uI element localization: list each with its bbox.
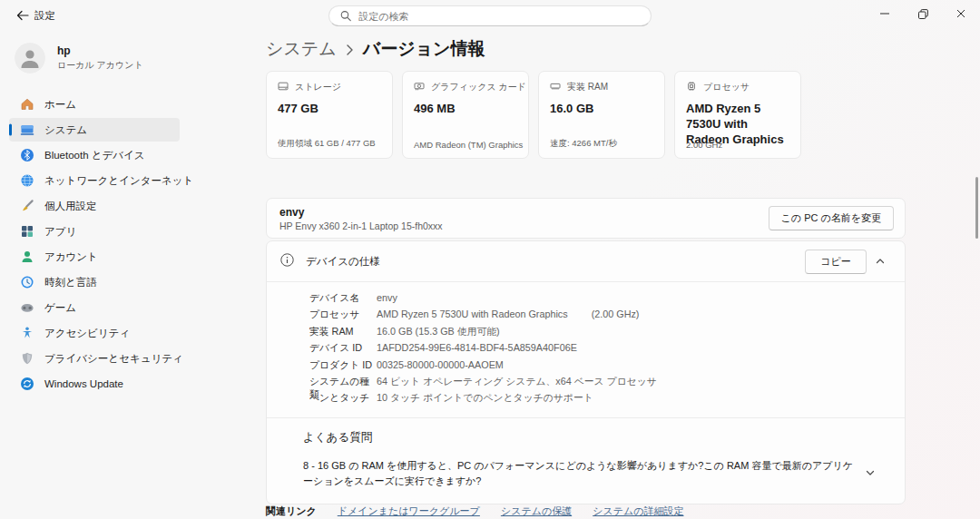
avatar: [15, 43, 45, 73]
sidebar-item-system[interactable]: システム: [9, 118, 180, 142]
spec-value: 16.0 GB (15.3 GB 使用可能): [377, 326, 500, 338]
summary-cards: ストレージ 477 GB 使用領域 61 GB / 477 GB グラフィックス…: [266, 71, 801, 159]
sidebar-item-network-internet[interactable]: ネットワークとインターネット: [9, 169, 180, 192]
sidebar-item-bluetooth-devices[interactable]: Bluetooth とデバイス: [9, 143, 180, 167]
selected-accent-bar: [9, 124, 12, 136]
processor-card: プロセッサ AMD Ryzen 5 7530U with Radeon Grap…: [674, 71, 801, 159]
spec-row-product-id: プロダクト ID 00325-80000-00000-AAOEM: [309, 359, 892, 376]
link-domain-workgroup[interactable]: ドメインまたはワークグループ: [338, 504, 480, 518]
clock-icon: [20, 275, 34, 289]
breadcrumb-parent[interactable]: システム: [266, 37, 337, 61]
spec-rows: デバイス名 envy プロセッサ AMD Ryzen 5 7530U with …: [267, 282, 905, 417]
window-controls: [866, 0, 980, 27]
faq-item[interactable]: 8 - 16 GB の RAM を使用すると、PC のパフォーマンスにどのような…: [303, 458, 892, 489]
accessibility-person-icon: [20, 326, 34, 340]
faq-section: よくある質問 8 - 16 GB の RAM を使用すると、PC のパフォーマン…: [267, 418, 905, 504]
titlebar: 設定: [0, 0, 980, 29]
faq-question: 8 - 16 GB の RAM を使用すると、PC のパフォーマンスにどのような…: [303, 458, 853, 489]
sidebar-item-label: 個人用設定: [44, 200, 97, 213]
link-system-protection[interactable]: システムの保護: [501, 504, 572, 518]
home-icon: [20, 97, 34, 112]
restore-button[interactable]: [904, 0, 942, 27]
device-specs-panel: デバイスの仕様 コピー デバイス名 envy プロセッサ AMD Ryzen 5…: [266, 240, 906, 504]
windows-update-icon: [20, 377, 34, 391]
card-caption: AMD Radeon (TM) Graphics: [414, 140, 523, 150]
close-button[interactable]: [942, 0, 980, 27]
card-label: グラフィックス カード: [431, 81, 526, 93]
gpu-icon: [414, 81, 425, 93]
related-links-label: 関連リンク: [266, 504, 317, 518]
spec-label: ペンとタッチ: [309, 392, 377, 405]
sidebar-item-time-language[interactable]: 時刻と言語: [9, 270, 180, 294]
device-name: envy: [279, 206, 443, 219]
sidebar-item-home[interactable]: ホーム: [9, 93, 180, 116]
faq-title: よくある質問: [303, 430, 892, 446]
close-icon: [956, 9, 965, 18]
sidebar-item-accounts[interactable]: アカウント: [9, 245, 180, 269]
graphics-card: グラフィックス カード 496 MB AMD Radeon (TM) Graph…: [402, 71, 529, 159]
minimize-button[interactable]: [866, 0, 904, 27]
sidebar-item-label: ネットワークとインターネット: [44, 174, 193, 188]
collapse-expander-button[interactable]: [867, 250, 894, 273]
sidebar-item-windows-update[interactable]: Windows Update: [9, 372, 180, 396]
user-avatar-icon: [15, 43, 45, 73]
spec-value-extra: (2.00 GHz): [592, 308, 640, 319]
sidebar-item-label: システム: [44, 123, 87, 137]
copy-button[interactable]: コピー: [805, 250, 867, 274]
accounts-person-icon: [20, 250, 34, 264]
sidebar-item-gaming[interactable]: ゲーム: [9, 296, 180, 319]
spec-row-processor: プロセッサ AMD Ryzen 5 7530U with Radeon Grap…: [309, 308, 892, 325]
spec-value: envy: [377, 292, 397, 303]
spec-value: 64 ビット オペレーティング システム、x64 ベース プロセッサ: [377, 376, 657, 388]
scrollbar-thumb[interactable]: [975, 177, 978, 239]
sidebar-item-apps[interactable]: アプリ: [9, 220, 180, 243]
card-value: 477 GB: [278, 102, 381, 117]
card-caption: 使用領域 61 GB / 477 GB: [278, 138, 376, 150]
chevron-down-icon: [865, 465, 876, 482]
spec-label: デバイス名: [309, 292, 377, 305]
main-content: システム バージョン情報 ストレージ 477 GB 使用領域 61 GB / 4…: [266, 29, 906, 519]
spec-value: 00325-80000-00000-AAOEM: [377, 359, 504, 370]
sidebar-item-accessibility[interactable]: アクセシビリティ: [9, 321, 180, 345]
user-account-type: ローカル アカウント: [57, 59, 143, 72]
spec-value: AMD Ryzen 5 7530U with Radeon Graphics: [377, 308, 568, 319]
sidebar-item-privacy-security[interactable]: プライバシーとセキュリティ: [9, 347, 180, 370]
cpu-icon: [686, 81, 697, 93]
spec-label: プロダクト ID: [309, 359, 377, 372]
device-specs-header[interactable]: デバイスの仕様 コピー: [267, 241, 905, 281]
spec-row-system-type: システムの種類 64 ビット オペレーティング システム、x64 ベース プロセ…: [309, 376, 892, 392]
spec-row-pen-touch: ペンとタッチ 10 タッチ ポイントでのペンとタッチのサポート: [309, 392, 892, 408]
back-button[interactable]: [13, 8, 33, 23]
back-arrow-icon: [16, 10, 29, 21]
search-box[interactable]: [328, 5, 652, 26]
bluetooth-icon: [20, 148, 34, 162]
related-links: 関連リンク ドメインまたはワークグループ システムの保護 システムの詳細設定: [266, 504, 683, 518]
search-input[interactable]: [358, 11, 640, 22]
breadcrumb: システム バージョン情報: [266, 37, 485, 61]
app-title: 設定: [34, 9, 55, 23]
sidebar-item-label: ゲーム: [44, 301, 76, 315]
rename-pc-button[interactable]: この PC の名前を変更: [769, 206, 894, 230]
ram-card: 実装 RAM 16.0 GB 速度: 4266 MT/秒: [538, 71, 665, 159]
sidebar-item-label: Windows Update: [44, 378, 123, 389]
spec-label: 実装 RAM: [309, 326, 377, 338]
restore-icon: [918, 9, 928, 19]
sidebar-item-personalization[interactable]: 個人用設定: [9, 194, 180, 218]
network-globe-icon: [20, 173, 34, 188]
link-advanced-system-settings[interactable]: システムの詳細設定: [593, 504, 683, 518]
sidebar-nav: ホーム システム Bluetooth とデバイス ネットワークとインターネット …: [0, 93, 189, 396]
spec-label: プロセッサ: [309, 308, 377, 321]
device-model: HP Envy x360 2-in-1 Laptop 15-fh0xxx: [279, 220, 443, 231]
sidebar-item-label: ホーム: [44, 98, 76, 112]
card-value: 496 MB: [414, 102, 517, 117]
spec-value: 10 タッチ ポイントでのペンとタッチのサポート: [377, 392, 593, 405]
spec-row-ram: 実装 RAM 16.0 GB (15.3 GB 使用可能): [309, 326, 892, 342]
paintbrush-icon: [20, 199, 34, 213]
user-profile[interactable]: hp ローカル アカウント: [15, 42, 189, 74]
device-name-panel: envy HP Envy x360 2-in-1 Laptop 15-fh0xx…: [266, 198, 906, 239]
sidebar-item-label: アクセシビリティ: [44, 327, 130, 340]
shield-icon: [20, 351, 34, 366]
chevron-up-icon: [875, 256, 886, 267]
spec-value: 1AFDD254-99E6-4814-BDF4-5A859A40F06E: [377, 342, 577, 353]
sidebar-item-label: Bluetooth とデバイス: [44, 149, 145, 162]
